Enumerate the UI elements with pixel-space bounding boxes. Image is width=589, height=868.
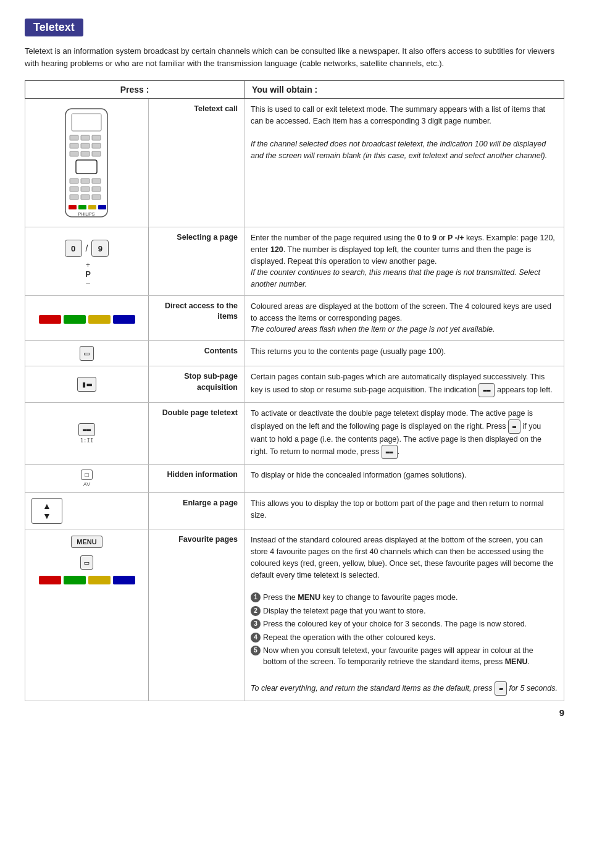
svg-rect-9 (81, 151, 90, 156)
svg-rect-10 (92, 151, 101, 156)
enlarge-button: ▲ ▼ (31, 498, 62, 524)
svg-rect-17 (92, 187, 101, 192)
header-obtain: You will obtain : (244, 81, 564, 99)
table-row: ▲ ▼ Enlarge a page This allows you to di… (25, 493, 564, 529)
svg-rect-5 (70, 143, 78, 148)
red-key (39, 315, 61, 324)
desc-contents: This returns you to the contents page (u… (244, 341, 564, 366)
fav-red-key (39, 576, 61, 584)
svg-rect-12 (70, 179, 78, 183)
stop-subpage-button: ▮▬ (77, 377, 96, 392)
label-contents: Contents (149, 341, 244, 366)
yellow-key (88, 315, 111, 324)
digit-0-button: 0 (65, 240, 82, 257)
table-row: ▭ Contents This returns you to the conte… (25, 341, 564, 366)
fav-step-5: 5 Now when you consult teletext, your fa… (251, 646, 558, 667)
hidden-info-button: □ AV (31, 470, 142, 487)
svg-rect-6 (81, 143, 90, 148)
svg-rect-16 (81, 187, 90, 192)
label-double-page: Double page teletext (149, 402, 244, 465)
contents-button: ▭ (80, 346, 93, 361)
desc-favourite-pages: Instead of the standard coloured areas d… (244, 529, 564, 701)
svg-rect-7 (92, 143, 101, 148)
label-direct-access: Direct access to the items (149, 295, 244, 340)
fav-green-key (64, 576, 86, 584)
svg-rect-24 (98, 205, 106, 209)
svg-rect-21 (69, 205, 77, 209)
svg-rect-20 (92, 195, 101, 200)
svg-rect-3 (81, 135, 90, 140)
svg-rect-14 (92, 179, 101, 183)
table-row: 0 / 9 + P – Selecting a page Enter the n… (25, 227, 564, 296)
desc-teletext-call: This is used to call or exit teletext mo… (244, 99, 564, 227)
intro-paragraph: Teletext is an information system broadc… (25, 45, 556, 69)
label-favourite-pages: Favourite pages (149, 529, 244, 701)
svg-rect-15 (70, 187, 78, 192)
svg-rect-19 (81, 195, 90, 200)
blue-key (113, 315, 135, 324)
header-press: Press : (25, 81, 244, 99)
desc-hidden-info: To display or hide the concealed informa… (244, 465, 564, 493)
fav-blue-key (113, 576, 135, 584)
table-row: ▬▬ 1:II Double page teletext To activate… (25, 402, 564, 465)
svg-rect-4 (92, 135, 101, 140)
label-stop-subpage: Stop sub-page acquisition (149, 366, 244, 403)
label-teletext-call: Teletext call (149, 99, 244, 227)
label-enlarge-page: Enlarge a page (149, 493, 244, 529)
fav-step-3: 3 Press the coloured key of your choice … (251, 619, 558, 630)
table-row: PHILIPS Teletext call This is used to ca… (25, 99, 564, 227)
double-page-button: ▬▬ 1:II (78, 423, 95, 444)
table-row: ▮▬ Stop sub-page acquisition Certain pag… (25, 366, 564, 403)
table-row: MENU ▭ Favourite pages Instead of the st… (25, 529, 564, 701)
fav-yellow-key (88, 576, 111, 584)
page-title: Teletext (25, 19, 83, 36)
desc-double-page: To activate or deactivate the double pag… (244, 402, 564, 465)
svg-rect-1 (72, 114, 101, 131)
fav-step-1: 1 Press the MENU key to change to favour… (251, 592, 558, 604)
fav-step-2: 2 Display the teletext page that you wan… (251, 606, 558, 617)
svg-rect-22 (78, 205, 86, 209)
table-row: □ AV Hidden information To display or hi… (25, 465, 564, 493)
desc-selecting-page: Enter the number of the page required us… (244, 227, 564, 296)
green-key (64, 315, 86, 324)
svg-rect-23 (88, 205, 96, 209)
remote-control-icon: PHILIPS (61, 107, 113, 222)
teletext-table: Press : You will obtain : (25, 80, 564, 701)
svg-rect-18 (70, 195, 78, 200)
desc-enlarge-page: This allows you to display the top or bo… (244, 493, 564, 529)
svg-rect-11 (76, 160, 97, 174)
menu-button: MENU (71, 536, 102, 548)
svg-rect-13 (81, 179, 90, 183)
digit-9-button: 9 (91, 240, 109, 257)
label-hidden-info: Hidden information (149, 465, 244, 493)
label-selecting-page: Selecting a page (149, 227, 244, 296)
table-row: Direct access to the items Coloured area… (25, 295, 564, 340)
page-number: 9 (559, 707, 564, 718)
svg-rect-8 (70, 151, 78, 156)
contents-fav-button: ▭ (80, 555, 94, 570)
desc-stop-subpage: Certain pages contain sub-pages which ar… (244, 366, 564, 403)
svg-rect-2 (70, 135, 78, 140)
svg-text:PHILIPS: PHILIPS (78, 212, 95, 216)
fav-step-4: 4 Repeat the operation with the other co… (251, 633, 558, 644)
desc-direct-access: Coloured areas are displayed at the bott… (244, 295, 564, 340)
